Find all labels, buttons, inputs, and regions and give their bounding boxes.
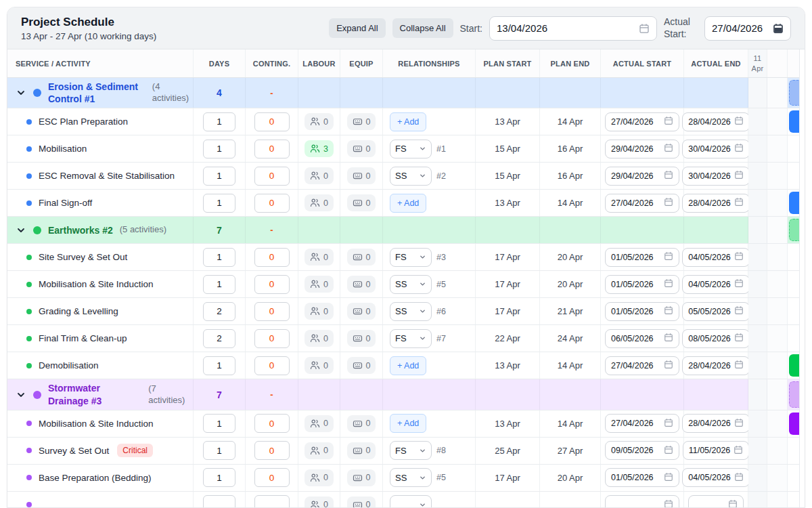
contingency-input[interactable] [254,414,290,433]
days-input[interactable] [203,112,235,131]
contingency-input[interactable] [254,248,290,267]
labour-badge[interactable]: 0 [304,249,334,266]
actual-start-date-input[interactable]: 27/04/2026 [704,16,791,41]
actual-end-input[interactable]: 28/04/2026 [682,414,750,433]
relationship-select[interactable]: FS [390,441,432,460]
relationship-select[interactable]: SS [390,167,432,186]
actual-end-input[interactable]: 30/04/2026 [682,167,750,186]
labour-badge[interactable]: 0 [304,442,334,459]
contingency-input[interactable] [254,468,290,487]
equipment-badge[interactable]: 0 [347,113,376,130]
equipment-badge[interactable]: 0 [347,249,376,266]
contingency-input[interactable] [254,495,290,508]
actual-start-input[interactable]: 27/04/2026 [605,112,679,131]
days-input[interactable] [203,356,235,375]
actual-start-input[interactable] [605,495,679,508]
actual-end-input[interactable]: 04/05/2026 [682,468,750,487]
days-input[interactable] [203,275,235,294]
days-input[interactable] [203,167,235,186]
start-date-input[interactable]: 13/04/2026 [489,16,657,41]
actual-end-input[interactable]: 08/05/2026 [682,329,750,348]
actual-end-input[interactable]: 05/05/2026 [682,302,750,321]
equipment-badge[interactable]: 0 [347,330,376,347]
actual-start-input[interactable]: 27/04/2026 [605,194,679,213]
chevron-down-icon[interactable] [16,225,26,236]
contingency-input[interactable] [254,194,290,213]
actual-end-input[interactable]: 11/05/2026 [683,441,750,460]
equipment-badge[interactable]: 0 [347,415,376,432]
add-relationship-button[interactable]: + Add [390,356,426,375]
days-input[interactable] [203,194,235,213]
days-input[interactable] [203,302,235,321]
labour-badge[interactable]: 0 [304,469,334,486]
labour-badge[interactable]: 0 [304,357,334,374]
actual-end-input[interactable]: 04/05/2026 [682,275,750,294]
equipment-badge[interactable]: 0 [347,303,376,320]
equipment-badge[interactable]: 0 [347,167,376,184]
actual-start-input[interactable]: 27/04/2026 [605,356,679,375]
actual-start-input[interactable]: 06/05/2026 [605,329,679,348]
actual-end-input[interactable]: 28/04/2026 [682,112,750,131]
add-relationship-button[interactable]: + Add [390,112,426,131]
relationship-select[interactable]: SS [390,275,432,294]
labour-badge[interactable]: 3 [304,140,334,157]
equipment-badge[interactable]: 0 [347,140,376,157]
vertical-scrollbar[interactable] [799,49,805,508]
days-input[interactable] [203,140,235,158]
collapse-all-button[interactable]: Collapse All [392,18,453,38]
labour-badge[interactable]: 0 [304,496,334,508]
labour-badge[interactable]: 0 [304,330,334,347]
contingency-input[interactable] [254,167,290,186]
equipment-badge[interactable]: 0 [347,442,376,459]
relationship-select[interactable]: FS [390,140,432,158]
contingency-input[interactable] [254,112,290,131]
days-input[interactable] [203,329,235,348]
relationship-select[interactable] [390,495,432,508]
labour-badge[interactable]: 0 [304,194,334,211]
contingency-input[interactable] [254,275,290,294]
actual-start-input[interactable]: 01/05/2026 [605,275,679,294]
actual-end-input[interactable]: 30/04/2026 [682,140,750,158]
labour-badge[interactable]: 0 [304,113,334,130]
add-relationship-button[interactable]: + Add [390,194,426,213]
equipment-badge[interactable]: 0 [347,276,376,293]
equipment-badge[interactable]: 0 [347,496,376,508]
actual-start-input[interactable]: 27/04/2026 [605,414,679,433]
relationship-select[interactable]: FS [390,248,432,267]
contingency-input[interactable] [254,302,290,321]
labour-badge[interactable]: 0 [304,276,334,293]
actual-end-input[interactable]: 28/04/2026 [682,194,750,213]
relationship-select[interactable]: SS [390,468,432,487]
contingency-input[interactable] [254,356,290,375]
add-relationship-button[interactable]: + Add [390,414,426,433]
equipment-badge[interactable]: 0 [347,469,376,486]
expand-all-button[interactable]: Expand All [329,18,385,38]
actual-start-input[interactable]: 01/05/2026 [605,302,679,321]
days-input[interactable] [203,414,235,433]
contingency-input[interactable] [254,329,290,348]
days-input[interactable] [203,441,235,460]
days-input[interactable] [203,495,235,508]
actual-start-input[interactable]: 09/05/2026 [605,441,679,460]
relationship-select[interactable]: SS [390,302,432,321]
chevron-down-icon[interactable] [16,87,26,98]
days-input[interactable] [203,468,235,487]
equipment-badge[interactable]: 0 [347,357,376,374]
actual-start-input[interactable]: 29/04/2026 [605,167,679,186]
actual-start-input[interactable]: 01/05/2026 [605,248,679,267]
labour-badge[interactable]: 0 [304,167,334,184]
actual-end-input[interactable] [688,495,744,508]
labour-people-icon [310,500,320,508]
actual-start-input[interactable]: 01/05/2026 [605,468,679,487]
labour-badge[interactable]: 0 [304,415,334,432]
actual-end-input[interactable]: 04/05/2026 [682,248,750,267]
actual-end-input[interactable]: 28/04/2026 [682,356,750,375]
days-input[interactable] [203,248,235,267]
equipment-badge[interactable]: 0 [347,194,376,211]
chevron-down-icon[interactable] [16,389,26,400]
contingency-input[interactable] [254,140,290,158]
labour-badge[interactable]: 0 [304,303,334,320]
relationship-select[interactable]: FS [390,329,432,348]
contingency-input[interactable] [254,441,290,460]
actual-start-input[interactable]: 29/04/2026 [605,140,679,158]
